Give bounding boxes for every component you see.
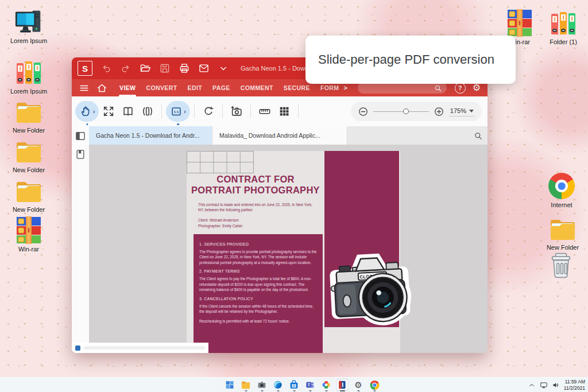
taskbar: T⚙ 11:59 AM 11/2/2021	[0, 377, 588, 392]
desktop-icon-label: Win-rar	[18, 246, 39, 253]
taskbar-start-button[interactable]	[224, 379, 236, 391]
menu-tab-page[interactable]: PAGE	[207, 79, 235, 96]
home-icon[interactable]	[96, 83, 107, 94]
grid-view-button[interactable]	[274, 102, 294, 121]
read-mode-button[interactable]	[118, 102, 138, 121]
desktop-icon-label: New Folder	[13, 206, 45, 213]
zoom-slider-knob[interactable]	[403, 108, 409, 114]
contract-title: CONTRACT FOR PORTRAIT PHOTOGRAPHY	[187, 174, 324, 196]
zoom-level-value: 175%	[450, 107, 466, 114]
snapshot-button[interactable]	[227, 102, 246, 121]
document-tab-2[interactable]: Malavida_ Download Android Applic...	[212, 126, 347, 145]
split-view-button[interactable]	[138, 102, 157, 121]
desktop-icon-new-folder-2[interactable]: New Folder	[10, 137, 48, 173]
zoom-slider[interactable]	[373, 107, 429, 115]
redo-icon[interactable]	[120, 63, 131, 74]
hand-tool-button[interactable]: ›	[75, 101, 99, 122]
contract-section-paragraph: The Client agrees to pay the Photographe…	[199, 276, 317, 292]
status-bar	[72, 343, 208, 353]
app-logo: S	[78, 61, 92, 76]
binders-icon	[15, 59, 42, 86]
desktop-icon-new-folder-1[interactable]: New Folder	[10, 98, 48, 134]
contract-intro: This contract is made and entered into o…	[198, 202, 316, 213]
desktop-icon-lorem-ipsum-computer[interactable]: Lorem Ipsum	[10, 8, 48, 44]
volume-icon[interactable]	[552, 381, 560, 389]
edge-icon	[273, 380, 283, 390]
taskbar-explorer-button[interactable]	[240, 379, 252, 391]
ruler-button[interactable]	[255, 102, 274, 121]
expand-icon	[102, 105, 115, 118]
taskbar-center-icons: T⚙	[224, 378, 381, 392]
desktop-icon-lorem-ipsum-binders[interactable]: Lorem Ipsum	[10, 59, 48, 95]
print-icon[interactable]	[179, 63, 190, 74]
taskbar-camera-app-button[interactable]	[256, 379, 268, 391]
menu-tab-comment[interactable]: COMMENT	[235, 79, 278, 96]
folder-icon	[15, 137, 42, 165]
taskbar-edge-button[interactable]	[272, 379, 284, 391]
zoom-in-button[interactable]	[434, 106, 444, 117]
hand-icon	[79, 105, 92, 118]
taskbar-photos-button[interactable]	[320, 379, 332, 391]
menu-tab-convert[interactable]: CONVERT	[141, 79, 182, 96]
menu-search-input[interactable]	[358, 82, 447, 94]
taskbar-pdf-app-button[interactable]	[336, 379, 349, 391]
taskbar-store-button[interactable]	[288, 379, 300, 391]
save-icon[interactable]	[159, 63, 171, 74]
more-menus-chevron[interactable]: >	[341, 84, 349, 91]
taskbar-chrome-button[interactable]	[369, 379, 381, 391]
hamburger-icon[interactable]	[79, 83, 90, 94]
desktop-icon-recycle-bin[interactable]	[542, 253, 580, 280]
pdf-app-window: S Gacha Neon 1.5 - Download for ... VIEW…	[72, 57, 488, 353]
folder-icon	[549, 215, 577, 242]
tray-time: 11:59 AM	[564, 379, 585, 385]
explorer-icon	[241, 380, 251, 390]
help-button[interactable]: ?	[455, 83, 466, 94]
hand-tool-expand-chevron[interactable]: ›	[93, 108, 95, 115]
desktop-icon-new-folder-3[interactable]: New Folder	[10, 177, 48, 213]
teams-icon: T	[305, 380, 315, 390]
desktop-icon-folder-1[interactable]: Folder (1)	[544, 9, 582, 45]
book-icon	[122, 105, 134, 118]
chevron-down-icon[interactable]	[218, 63, 229, 74]
chrome-icon	[548, 172, 575, 200]
desktop-icon-internet[interactable]: Internet	[543, 172, 581, 208]
menu-tab-view[interactable]: VIEW	[114, 79, 141, 96]
tray-chevron-up-icon[interactable]	[528, 381, 536, 389]
document-canvas[interactable]: CONTRACT FOR PORTRAIT PHOTOGRAPHY This c…	[89, 145, 488, 353]
settings-gear-icon[interactable]: ⚙	[473, 83, 481, 92]
status-mini-icon[interactable]	[75, 346, 80, 351]
search-icon	[473, 131, 483, 141]
fullscreen-button[interactable]	[99, 102, 118, 121]
photos-icon	[322, 380, 331, 390]
contract-section-heading: 1. SERVICES PROVIDED	[199, 242, 317, 246]
desktop-icon-win-rar-left[interactable]: Win-rar	[10, 216, 48, 253]
bookmarks-button[interactable]	[75, 149, 86, 160]
sidebar-toggle-button[interactable]	[75, 130, 86, 142]
taskbar-teams-button[interactable]: T	[304, 379, 316, 391]
contract-section-paragraph: If the Client cancels the session within…	[199, 304, 317, 315]
zoom-out-button[interactable]	[358, 106, 369, 117]
trash-icon	[547, 253, 575, 280]
document-search-button[interactable]	[468, 126, 488, 145]
open-file-icon[interactable]	[140, 63, 151, 74]
taskbar-settings-button[interactable]: ⚙	[353, 379, 365, 391]
desktop-icon-new-folder-right[interactable]: New Folder	[544, 215, 582, 251]
undo-icon[interactable]	[100, 63, 112, 74]
zoom-control: 175%	[351, 102, 482, 121]
split-pages-icon	[141, 105, 154, 118]
tooltip-text: Slide-per-page PDF conversion	[318, 52, 494, 67]
grid-icon	[278, 105, 291, 118]
network-icon[interactable]	[540, 381, 548, 389]
rotate-button[interactable]	[199, 102, 218, 121]
actual-size-button[interactable]: 1:1 ›	[166, 101, 189, 122]
zoom-level-dropdown[interactable]: 175%	[449, 106, 475, 117]
clock[interactable]: 11:59 AM 11/2/2021	[564, 379, 585, 391]
folder-icon	[15, 98, 42, 125]
start-icon	[225, 380, 235, 390]
mail-icon[interactable]	[198, 63, 210, 74]
document-tab-1[interactable]: Gacha Neon 1.5 - Download for Andr...	[89, 126, 212, 145]
actual-size-expand-chevron[interactable]: ›	[184, 108, 185, 115]
folder-icon	[15, 177, 42, 204]
desktop-icon-label: New Folder	[547, 244, 579, 251]
menu-tab-edit[interactable]: EDIT	[183, 79, 208, 96]
